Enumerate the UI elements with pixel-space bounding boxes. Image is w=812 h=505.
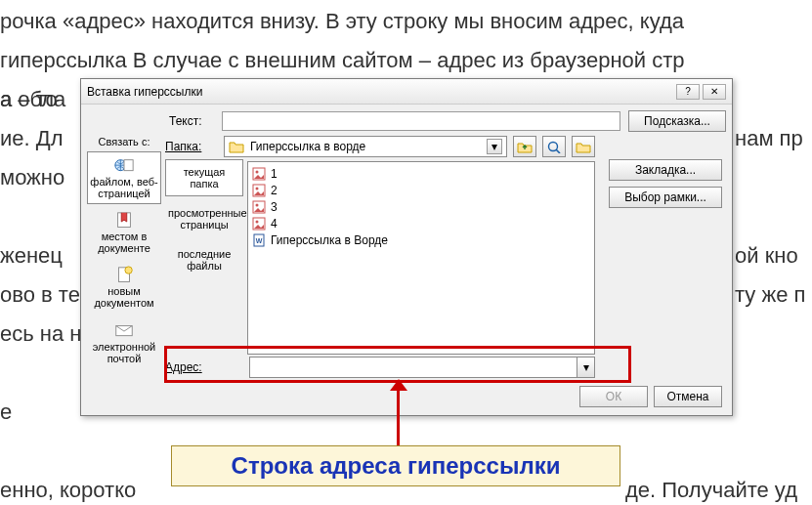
up-folder-button[interactable] xyxy=(513,136,536,157)
display-text-input[interactable] xyxy=(222,111,620,131)
address-input[interactable] xyxy=(250,358,577,377)
address-combo[interactable]: ▾ xyxy=(249,357,595,378)
doc-text: можно xyxy=(0,164,64,192)
new-doc-icon xyxy=(113,266,135,283)
link-with-label: Связать с: xyxy=(87,136,161,147)
ok-button: ОК xyxy=(579,386,648,407)
tab-file-web[interactable]: файлом, веб-страницей xyxy=(87,151,161,204)
titlebar: Вставка гиперссылки ? ✕ xyxy=(81,79,732,105)
list-item[interactable]: 1 xyxy=(252,165,590,182)
doc-text: женец xyxy=(0,242,63,271)
list-item[interactable]: 4 xyxy=(252,215,590,231)
chevron-down-icon[interactable]: ▾ xyxy=(487,139,502,154)
doc-text: ово в те xyxy=(0,281,80,310)
hint-button[interactable]: Подсказка... xyxy=(628,110,726,132)
file-name: 2 xyxy=(271,184,278,197)
text-label: Текст: xyxy=(169,114,214,128)
browse-recent-files[interactable]: последние файлы xyxy=(165,241,243,278)
tab-email[interactable]: электронной почтой xyxy=(87,316,161,369)
svg-rect-1 xyxy=(124,160,133,171)
svg-point-4 xyxy=(125,267,132,274)
tab-label: новым документом xyxy=(90,285,158,309)
doc-text: рочка «адрес» находится внизу. В эту стр… xyxy=(0,8,684,36)
target-frame-button[interactable]: Выбор рамки... xyxy=(609,187,722,208)
folder-name: Гиперссылка в ворде xyxy=(250,140,365,153)
bookmark-doc-icon xyxy=(113,211,135,229)
doc-text: де. Получайте уд xyxy=(625,477,797,505)
list-item[interactable]: W Гиперссылка в Ворде xyxy=(252,231,590,248)
help-button[interactable]: ? xyxy=(676,84,700,100)
image-file-icon xyxy=(252,200,266,214)
close-button[interactable]: ✕ xyxy=(703,84,726,100)
file-name: 4 xyxy=(271,217,278,231)
svg-point-8 xyxy=(256,170,259,173)
doc-text: е xyxy=(0,399,12,427)
dialog-title: Вставка гиперссылки xyxy=(87,85,673,99)
tab-new-doc[interactable]: новым документом xyxy=(87,261,161,314)
globe-page-icon xyxy=(113,156,135,174)
svg-point-10 xyxy=(256,187,259,189)
address-label: Адрес: xyxy=(165,360,241,374)
folder-select[interactable]: Гиперссылка в ворде ▾ xyxy=(224,136,507,157)
bookmark-button[interactable]: Закладка... xyxy=(609,159,722,181)
folder-label: Папка: xyxy=(165,140,218,153)
file-name: 1 xyxy=(271,167,278,181)
tab-place-in-doc[interactable]: местом в документе xyxy=(87,206,161,259)
cancel-button[interactable]: Отмена xyxy=(654,386,722,407)
insert-hyperlink-dialog: Вставка гиперссылки ? ✕ Текст: Подсказка… xyxy=(80,78,733,416)
file-name: 3 xyxy=(271,200,278,214)
doc-text: енно, коротко xyxy=(0,477,136,505)
file-name: Гиперссылка в Ворде xyxy=(271,233,388,247)
svg-point-12 xyxy=(256,203,259,206)
doc-text: есь на н xyxy=(0,320,81,349)
doc-text: ту же п xyxy=(735,281,805,310)
image-file-icon xyxy=(252,184,266,197)
tab-label: файлом, веб-страницей xyxy=(90,176,158,199)
browse-web-button[interactable] xyxy=(542,136,566,157)
tab-label: местом в документе xyxy=(90,231,158,254)
browse-file-button[interactable] xyxy=(572,136,595,157)
doc-text: гиперссылка В случае с внешним сайтом – … xyxy=(0,47,685,75)
svg-text:W: W xyxy=(256,237,263,244)
arrow-line xyxy=(397,385,400,445)
image-file-icon xyxy=(252,217,266,231)
file-list[interactable]: 1 2 3 4 W Гиперссылка в Ворде xyxy=(247,161,595,355)
list-item[interactable]: 3 xyxy=(252,198,590,215)
image-file-icon xyxy=(252,167,266,181)
doc-text: ой кно xyxy=(735,242,798,271)
tab-label: электронной почтой xyxy=(90,341,158,364)
chevron-down-icon[interactable]: ▾ xyxy=(577,358,594,377)
callout-label: Строка адреса гиперссылки xyxy=(171,445,620,486)
folder-icon xyxy=(229,140,244,153)
browse-browsed-pages[interactable]: просмотренные страницы xyxy=(165,200,243,237)
word-doc-icon: W xyxy=(252,233,266,247)
doc-text: а – то xyxy=(0,86,58,114)
doc-text: нам пр xyxy=(735,125,803,153)
svg-point-14 xyxy=(256,220,259,223)
email-icon xyxy=(113,321,135,339)
browse-current-folder[interactable]: текущая папка xyxy=(165,159,243,196)
list-item[interactable]: 2 xyxy=(252,182,590,198)
doc-text: ие. Дл xyxy=(0,125,64,153)
